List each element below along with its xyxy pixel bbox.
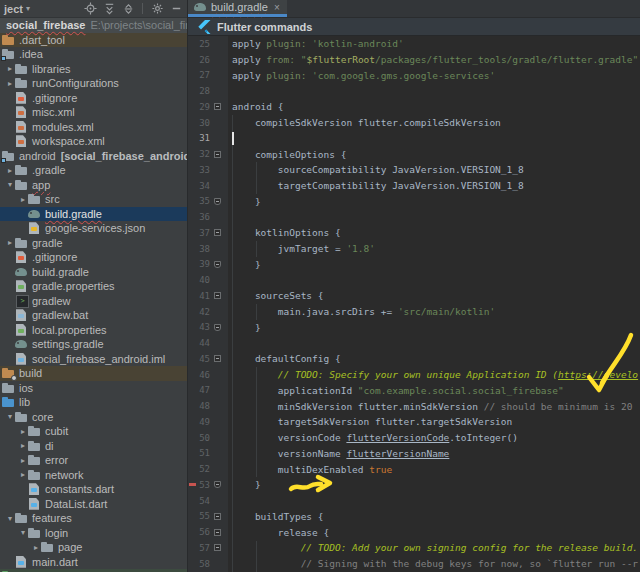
- tree-item-cubit[interactable]: ▸cubit: [0, 424, 187, 439]
- tree-item-login[interactable]: ▾login: [0, 526, 187, 541]
- code-line-39[interactable]: 39 }: [188, 257, 640, 273]
- code-line-30[interactable]: 30 compileSdkVersion flutter.compileSdkV…: [188, 115, 640, 131]
- hide-icon[interactable]: [169, 2, 183, 16]
- code-line-36[interactable]: 36: [188, 209, 640, 225]
- tree-item-network[interactable]: ▸network: [0, 468, 187, 483]
- code-line-29[interactable]: 29android {: [188, 99, 640, 115]
- fold-open-icon[interactable]: [210, 355, 224, 362]
- tree-item-build[interactable]: build: [0, 366, 187, 381]
- tree-item-settings.gradle[interactable]: settings.gradle: [0, 337, 187, 352]
- tree-item-android[interactable]: android[social_firebase_android]: [0, 149, 187, 164]
- fold-open-icon[interactable]: [210, 292, 224, 299]
- tree-item-core[interactable]: ▾core: [0, 410, 187, 425]
- tree-item-gradle[interactable]: ▸gradle: [0, 236, 187, 251]
- tree-item-.gitignore[interactable]: .gitignore: [0, 250, 187, 265]
- tree-item-gradle.properties[interactable]: gradle.properties: [0, 279, 187, 294]
- code-line-35[interactable]: 35 }: [188, 194, 640, 210]
- chevron-right-icon[interactable]: ▸: [18, 441, 28, 450]
- expand-all-icon[interactable]: [102, 2, 116, 16]
- tree-item-src[interactable]: ▸src: [0, 192, 187, 207]
- code-line-44[interactable]: 44: [188, 335, 640, 351]
- code-line-52[interactable]: 52 multiDexEnabled true: [188, 461, 640, 477]
- code-line-32[interactable]: 32 compileOptions {: [188, 146, 640, 162]
- tree-item-modules.xml[interactable]: modules.xml: [0, 120, 187, 135]
- code-line-26[interactable]: 26apply from: "$flutterRoot/packages/flu…: [188, 52, 640, 68]
- code-line-54[interactable]: 54: [188, 493, 640, 509]
- fold-open-icon[interactable]: [210, 103, 224, 110]
- code-line-45[interactable]: 45 defaultConfig {: [188, 351, 640, 367]
- code-line-25[interactable]: 25apply plugin: 'kotlin-android': [188, 36, 640, 52]
- chevron-right-icon[interactable]: ▸: [5, 238, 15, 247]
- code-line-56[interactable]: 56 release {: [188, 524, 640, 540]
- code-line-43[interactable]: 43 }: [188, 320, 640, 336]
- tree-item-.gitignore[interactable]: .gitignore: [0, 91, 187, 106]
- tree-item-.dart_tool[interactable]: .dart_tool: [0, 33, 187, 48]
- collapse-all-icon[interactable]: [121, 2, 135, 16]
- chevron-right-icon[interactable]: ▸: [18, 427, 28, 436]
- tree-item-build.gradle[interactable]: build.gradle: [0, 265, 187, 280]
- chevron-right-icon[interactable]: ▸: [5, 166, 15, 175]
- tree-item-.gradle[interactable]: ▸.gradle: [0, 163, 187, 178]
- code-line-27[interactable]: 27apply plugin: 'com.google.gms.google-s…: [188, 68, 640, 84]
- chevron-right-icon[interactable]: ▸: [5, 64, 15, 73]
- project-view-title[interactable]: ject: [4, 3, 23, 15]
- tree-item-features[interactable]: ▾features: [0, 511, 187, 526]
- code-line-55[interactable]: 55 buildTypes {: [188, 509, 640, 525]
- tree-item-ios[interactable]: ios: [0, 381, 187, 396]
- tree-item-gradlew[interactable]: gradlew: [0, 294, 187, 309]
- code-line-46[interactable]: 46 // TODO: Specify your own unique Appl…: [188, 367, 640, 383]
- fold-open-icon[interactable]: [210, 513, 224, 520]
- tree-item-main.dart[interactable]: main.dart: [0, 555, 187, 570]
- fold-open-icon[interactable]: [210, 529, 224, 536]
- code-line-37[interactable]: 37 kotlinOptions {: [188, 225, 640, 241]
- tree-item-libraries[interactable]: ▸libraries: [0, 62, 187, 77]
- chevron-right-icon[interactable]: ▸: [18, 456, 28, 465]
- fold-close-icon[interactable]: [210, 481, 224, 488]
- code-line-31[interactable]: 31: [188, 131, 640, 147]
- fold-close-icon[interactable]: [210, 198, 224, 205]
- code-line-53[interactable]: 53 }: [188, 477, 640, 493]
- tab-build-gradle[interactable]: build.gradle ×: [188, 0, 287, 17]
- chevron-down-icon[interactable]: ▾: [5, 514, 15, 523]
- tree-item-social_firebase[interactable]: social_firebaseE:\projects\social_fireba…: [0, 18, 187, 33]
- code-line-50[interactable]: 50 versionCode flutterVersionCode.toInte…: [188, 430, 640, 446]
- close-icon[interactable]: ×: [274, 2, 280, 13]
- tree-item-misc.xml[interactable]: misc.xml: [0, 105, 187, 120]
- code-line-41[interactable]: 41 sourceSets {: [188, 288, 640, 304]
- settings-icon[interactable]: [150, 2, 164, 16]
- code-line-49[interactable]: 49 targetSdkVersion flutter.targetSdkVer…: [188, 414, 640, 430]
- tree-item-constants.dart[interactable]: constants.dart: [0, 482, 187, 497]
- chevron-right-icon[interactable]: ▸: [5, 79, 15, 88]
- tree-item-google-services.json[interactable]: google-services.json: [0, 221, 187, 236]
- code-line-42[interactable]: 42 main.java.srcDirs += 'src/main/kotlin…: [188, 304, 640, 320]
- fold-close-icon[interactable]: [210, 324, 224, 331]
- fold-open-icon[interactable]: [210, 151, 224, 158]
- chevron-right-icon[interactable]: ▸: [31, 543, 41, 552]
- tree-item-di[interactable]: ▸di: [0, 439, 187, 454]
- code-editor[interactable]: 25apply plugin: 'kotlin-android'26apply …: [188, 36, 640, 572]
- tree-item-local.properties[interactable]: local.properties: [0, 323, 187, 338]
- code-line-40[interactable]: 40: [188, 272, 640, 288]
- tree-item-workspace.xml[interactable]: workspace.xml: [0, 134, 187, 149]
- chevron-down-icon[interactable]: ▾: [5, 412, 15, 421]
- code-line-58[interactable]: 58 // Signing with the debug keys for no…: [188, 556, 640, 572]
- chevron-right-icon[interactable]: ▸: [18, 195, 28, 204]
- code-line-38[interactable]: 38 jvmTarget = '1.8': [188, 241, 640, 257]
- code-line-28[interactable]: 28: [188, 83, 640, 99]
- code-line-57[interactable]: 57 // TODO: Add your own signing config …: [188, 540, 640, 556]
- code-line-47[interactable]: 47 applicationId "com.example.social.soc…: [188, 383, 640, 399]
- tree-item-.idea[interactable]: .idea: [0, 47, 187, 62]
- code-line-48[interactable]: 48 minSdkVersion flutter.minSdkVersion /…: [188, 398, 640, 414]
- code-line-34[interactable]: 34 targetCompatibility JavaVersion.VERSI…: [188, 178, 640, 194]
- fold-close-icon[interactable]: [210, 261, 224, 268]
- chevron-down-icon[interactable]: ▾: [18, 528, 28, 537]
- fold-open-icon[interactable]: [210, 229, 224, 236]
- locate-icon[interactable]: [83, 2, 97, 16]
- tree-item-datalist.dart[interactable]: DataList.dart: [0, 497, 187, 512]
- chevron-right-icon[interactable]: ▸: [18, 470, 28, 479]
- tree-item-lib[interactable]: lib: [0, 395, 187, 410]
- tree-item-app[interactable]: ▾app: [0, 178, 187, 193]
- code-line-51[interactable]: 51 versionName flutterVersionName: [188, 446, 640, 462]
- chevron-down-icon[interactable]: ▾: [5, 180, 15, 189]
- tree-item-error[interactable]: ▸error: [0, 453, 187, 468]
